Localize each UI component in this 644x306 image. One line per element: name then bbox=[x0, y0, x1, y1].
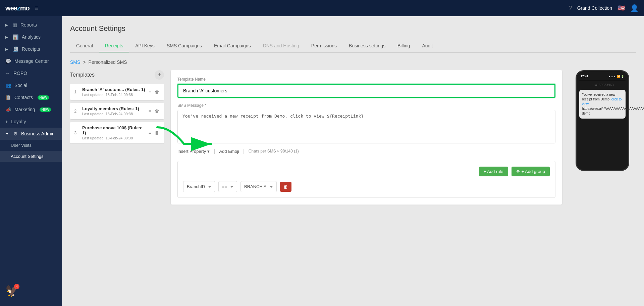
breadcrumb: SMS > Personalized SMS bbox=[70, 59, 636, 65]
contacts-new-badge: NEW bbox=[38, 95, 49, 100]
expand-arrow-icon: ▼ bbox=[5, 132, 9, 136]
receipts-icon: 🧾 bbox=[13, 46, 18, 52]
rule-condition-select[interactable]: BRANCH A bbox=[240, 181, 277, 192]
main-content: Account Settings General Receipts API Ke… bbox=[62, 16, 644, 306]
template-date: Last updated: 18-Feb-24 09:38 bbox=[82, 112, 145, 116]
templates-header: Templates + bbox=[70, 70, 164, 80]
navbar: weezmo ≡ ? Grand Collection 🇺🇸 👤 bbox=[0, 0, 644, 16]
rule-field-select[interactable]: BranchID bbox=[183, 181, 215, 192]
sidebar-item-label: Loyalty bbox=[11, 119, 26, 124]
sidebar-item-reports[interactable]: ▶ ▦ Reports bbox=[0, 19, 62, 31]
hamburger-menu-icon[interactable]: ≡ bbox=[35, 5, 39, 12]
insert-property-button[interactable]: Insert Property ▾ bbox=[177, 149, 210, 154]
navbar-left: weezmo ≡ bbox=[5, 4, 38, 12]
logo: weezmo bbox=[5, 4, 30, 12]
template-name: Loyalty members (Rules: 1) bbox=[82, 106, 145, 111]
sms-toolbar: Insert Property ▾ | Add Emoji | Chars pe… bbox=[177, 148, 555, 154]
template-item: 3 Purchase above 100$ (Rules: 1) Last up… bbox=[70, 122, 164, 143]
tab-sms-campaigns[interactable]: SMS Campaigns bbox=[161, 40, 208, 52]
editor-panel: Template Name SMS Message * You've recei… bbox=[171, 70, 562, 205]
expand-arrow-icon: ▶ bbox=[5, 47, 8, 51]
phone-frame: 17:41 ▲▲▲ 📶 🔋 +14159933963 You've receiv… bbox=[576, 70, 629, 171]
rule-delete-button[interactable]: 🗑 bbox=[280, 182, 291, 192]
phone-status-icons: ▲▲▲ 📶 🔋 bbox=[608, 75, 624, 78]
sidebar-sub-item-label: User Visits bbox=[11, 143, 32, 148]
sidebar-item-label: Receipts bbox=[22, 46, 40, 52]
templates-panel: Templates + 1 Branch 'A' custom... (Rule… bbox=[70, 70, 164, 205]
add-group-label: + Add group bbox=[522, 169, 545, 174]
sidebar-item-business-admin[interactable]: ▼ ⚙ Business Admin bbox=[0, 128, 62, 140]
templates-title: Templates bbox=[70, 72, 95, 78]
tab-receipts[interactable]: Receipts bbox=[99, 40, 129, 52]
sidebar-bottom: 🦅 4 bbox=[0, 281, 62, 306]
expand-arrow-icon: ▶ bbox=[5, 35, 8, 39]
sidebar-sub-item-user-visits[interactable]: User Visits bbox=[0, 140, 62, 151]
tabs-bar: General Receipts API Keys SMS Campaigns … bbox=[70, 40, 636, 53]
template-menu-button[interactable]: ≡ bbox=[148, 89, 152, 95]
sidebar-item-label: Reports bbox=[20, 22, 37, 28]
template-name-input[interactable] bbox=[177, 84, 555, 98]
add-group-button[interactable]: ⊕ + Add group bbox=[512, 167, 550, 176]
template-name: Branch 'A' custom... (Rules: 1) bbox=[82, 87, 145, 92]
template-info: Purchase above 100$ (Rules: 1) Last upda… bbox=[82, 125, 145, 140]
template-number: 2 bbox=[74, 108, 79, 114]
toolbar-separator: | bbox=[214, 148, 215, 154]
breadcrumb-current: Personalized SMS bbox=[89, 59, 127, 65]
sidebar-item-loyalty[interactable]: ♦ Loyalty bbox=[0, 116, 62, 128]
tab-general[interactable]: General bbox=[70, 40, 99, 52]
marketing-new-badge: NEW bbox=[40, 107, 51, 112]
chars-per-sms-info: Chars per SMS ≈ 98/140 (1) bbox=[249, 149, 299, 154]
rule-operator-select[interactable]: == bbox=[218, 181, 237, 192]
notification-item[interactable]: 🦅 4 bbox=[0, 281, 62, 301]
breadcrumb-parent[interactable]: SMS bbox=[70, 59, 80, 65]
sidebar: ▶ ▦ Reports ▶ 📊 Analytics ▶ 🧾 Receipts 💬… bbox=[0, 16, 62, 306]
add-template-button[interactable]: + bbox=[155, 70, 164, 80]
tab-billing[interactable]: Billing bbox=[391, 40, 416, 52]
tab-api-keys[interactable]: API Keys bbox=[129, 40, 161, 52]
sms-message-textarea[interactable]: You've received a new receipt from Demo,… bbox=[177, 110, 555, 143]
tab-email-campaigns[interactable]: Email Campaigns bbox=[208, 40, 257, 52]
tab-audit[interactable]: Audit bbox=[416, 40, 439, 52]
notification-wrapper: 🦅 4 bbox=[5, 285, 19, 297]
sidebar-item-message-center[interactable]: 💬 Message Center bbox=[0, 55, 62, 67]
business-admin-icon: ⚙ bbox=[13, 131, 18, 136]
template-name: Purchase above 100$ (Rules: 1) bbox=[82, 125, 145, 135]
phone-time: 17:41 bbox=[581, 75, 588, 78]
template-delete-button[interactable]: 🗑 bbox=[154, 108, 160, 115]
template-delete-button[interactable]: 🗑 bbox=[154, 89, 160, 95]
tab-permissions[interactable]: Permissions bbox=[305, 40, 343, 52]
rules-section: + Add rule ⊕ + Add group BranchID == bbox=[177, 161, 555, 198]
template-menu-button[interactable]: ≡ bbox=[148, 129, 152, 136]
sidebar-item-ropo[interactable]: ↔ ROPO bbox=[0, 67, 62, 79]
template-name-label: Template Name bbox=[177, 77, 555, 82]
sidebar-item-receipts[interactable]: ▶ 🧾 Receipts bbox=[0, 43, 62, 55]
template-delete-button[interactable]: 🗑 bbox=[154, 129, 160, 136]
add-rule-button[interactable]: + Add rule bbox=[479, 167, 508, 176]
page-title: Account Settings bbox=[70, 24, 636, 33]
sidebar-sub-item-account-settings[interactable]: Account Settings bbox=[0, 151, 62, 162]
user-profile-icon[interactable]: 👤 bbox=[630, 4, 639, 12]
template-actions: ≡ 🗑 bbox=[148, 129, 160, 136]
sidebar-item-social[interactable]: 👥 Social bbox=[0, 79, 62, 91]
social-icon: 👥 bbox=[5, 83, 11, 88]
reports-icon: ▦ bbox=[13, 22, 17, 28]
breadcrumb-separator: > bbox=[83, 59, 86, 65]
collection-selector[interactable]: Grand Collection bbox=[577, 5, 612, 11]
language-flag[interactable]: 🇺🇸 bbox=[618, 4, 625, 12]
tab-business-settings[interactable]: Business settings bbox=[343, 40, 391, 52]
template-menu-button[interactable]: ≡ bbox=[148, 108, 152, 115]
help-icon[interactable]: ? bbox=[569, 5, 572, 12]
phone-number: +14159933963 bbox=[579, 83, 626, 87]
contacts-icon: 📋 bbox=[5, 95, 11, 100]
phone-message-link: click to view bbox=[582, 97, 622, 106]
sidebar-item-label: Marketing bbox=[14, 107, 35, 112]
rule-row: BranchID == BRANCH A 🗑 bbox=[183, 181, 550, 192]
template-item: 2 Loyalty members (Rules: 1) Last update… bbox=[70, 103, 164, 119]
sidebar-item-analytics[interactable]: ▶ 📊 Analytics bbox=[0, 31, 62, 43]
template-number: 1 bbox=[74, 89, 79, 94]
sms-message-label: SMS Message * bbox=[177, 103, 555, 108]
sidebar-item-contacts[interactable]: 📋 Contacts NEW bbox=[0, 91, 62, 103]
template-info: Loyalty members (Rules: 1) Last updated:… bbox=[82, 106, 145, 116]
sidebar-item-marketing[interactable]: 📣 Marketing NEW bbox=[0, 103, 62, 116]
add-emoji-button[interactable]: Add Emoji bbox=[219, 149, 239, 154]
